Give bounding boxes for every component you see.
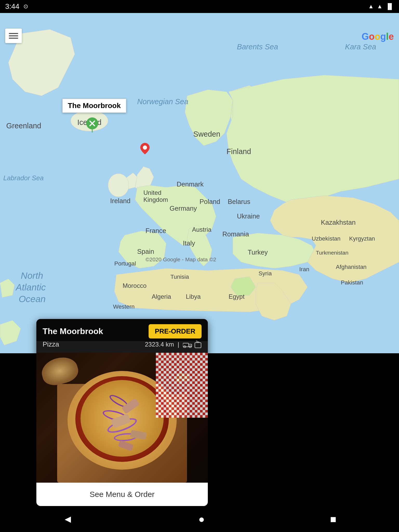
svg-text:North: North xyxy=(21,270,43,281)
svg-text:Afghanistan: Afghanistan xyxy=(336,264,367,270)
svg-rect-55 xyxy=(196,341,197,342)
map-svg: Barents Sea Kara Sea Norwegian Sea Green… xyxy=(0,13,399,353)
svg-text:France: France xyxy=(145,227,166,234)
card-meta: Pizza 2323.4 km | xyxy=(36,338,208,351)
google-g: G xyxy=(362,31,369,42)
back-button[interactable]: ◄ xyxy=(52,511,83,528)
svg-text:Italy: Italy xyxy=(183,240,195,247)
svg-text:Finland: Finland xyxy=(227,147,251,156)
svg-text:Ocean: Ocean xyxy=(19,294,46,304)
google-logo: Google xyxy=(362,31,394,42)
svg-text:Greenland: Greenland xyxy=(6,122,41,130)
svg-text:Egypt: Egypt xyxy=(229,293,245,300)
svg-point-2 xyxy=(108,174,129,197)
signal-icon: ▲ xyxy=(377,3,383,10)
recording-icon: ⊙ xyxy=(23,3,28,10)
svg-text:Romania: Romania xyxy=(222,230,249,238)
svg-text:Sweden: Sweden xyxy=(193,130,220,138)
separator: | xyxy=(178,341,179,348)
wifi-icon: ▲ xyxy=(368,3,374,10)
svg-text:Ukraine: Ukraine xyxy=(237,212,260,220)
svg-text:Germany: Germany xyxy=(170,205,197,212)
status-icons: ▲ ▲ ▐▌ xyxy=(368,3,394,10)
svg-text:Iran: Iran xyxy=(299,266,309,272)
restaurant-image xyxy=(36,353,208,483)
nav-bar: ◄ ● ■ xyxy=(0,506,399,532)
svg-text:Uzbekistan: Uzbekistan xyxy=(312,235,341,242)
cuisine-label: Pizza xyxy=(43,340,59,348)
recent-button[interactable]: ■ xyxy=(320,511,347,528)
battery-icon: ▐▌ xyxy=(386,3,394,10)
svg-text:Kingdom: Kingdom xyxy=(143,196,168,203)
svg-text:Pakistan: Pakistan xyxy=(341,279,363,286)
svg-point-49 xyxy=(143,145,147,150)
bag-icon xyxy=(194,341,202,348)
status-time: 3:44 xyxy=(5,2,19,11)
card-info-right: 2323.4 km | xyxy=(145,341,202,348)
svg-text:Portugal: Portugal xyxy=(114,260,136,267)
svg-text:Austria: Austria xyxy=(192,226,211,233)
svg-text:Morocco: Morocco xyxy=(123,282,147,289)
preorder-button[interactable]: PRE-ORDER xyxy=(149,324,202,338)
home-button[interactable]: ● xyxy=(188,511,215,528)
svg-text:Norwegian Sea: Norwegian Sea xyxy=(137,97,188,106)
card-footer[interactable]: See Menu & Order xyxy=(36,483,208,506)
svg-text:Kyrgyztan: Kyrgyztan xyxy=(349,235,375,242)
svg-text:Libya: Libya xyxy=(186,293,201,300)
hamburger-menu-button[interactable] xyxy=(5,29,22,43)
svg-text:Labrador Sea: Labrador Sea xyxy=(3,174,44,182)
hamburger-line xyxy=(9,35,18,36)
svg-text:Turkmenistan: Turkmenistan xyxy=(316,250,348,256)
svg-text:Ireland: Ireland xyxy=(110,197,130,204)
map-pin-green[interactable] xyxy=(86,117,99,132)
svg-text:Syria: Syria xyxy=(258,270,272,277)
hamburger-line xyxy=(9,38,18,39)
svg-text:Poland: Poland xyxy=(200,198,220,205)
hamburger-line xyxy=(9,33,18,34)
svg-text:©2020 Google - Map data ©2: ©2020 Google - Map data ©2 xyxy=(145,256,216,262)
svg-text:Algeria: Algeria xyxy=(152,293,171,300)
svg-text:Belarus: Belarus xyxy=(228,198,250,205)
distance-label: 2323.4 km xyxy=(145,341,174,348)
svg-text:United: United xyxy=(143,189,161,196)
map-pin-red[interactable] xyxy=(140,143,150,154)
status-bar: 3:44 ⊙ ▲ ▲ ▐▌ xyxy=(0,0,399,13)
svg-rect-54 xyxy=(195,343,201,348)
delivery-icons xyxy=(183,341,202,348)
map-tooltip: The Moorbrook xyxy=(62,99,126,113)
svg-text:Kara Sea: Kara Sea xyxy=(345,43,376,51)
see-menu-button[interactable]: See Menu & Order xyxy=(44,490,201,499)
svg-text:Spain: Spain xyxy=(137,248,154,255)
svg-text:Kazakhstan: Kazakhstan xyxy=(321,219,356,226)
svg-text:Western: Western xyxy=(113,303,135,310)
map-container[interactable]: Barents Sea Kara Sea Norwegian Sea Green… xyxy=(0,13,399,353)
svg-text:Turkey: Turkey xyxy=(248,249,268,256)
svg-text:Denmark: Denmark xyxy=(177,181,204,188)
restaurant-name: The Moorbrook xyxy=(43,327,103,336)
svg-text:Barents Sea: Barents Sea xyxy=(237,43,278,51)
svg-text:Tunisia: Tunisia xyxy=(170,274,189,280)
svg-text:Atlantic: Atlantic xyxy=(15,282,46,292)
restaurant-card: The Moorbrook PRE-ORDER Pizza 2323.4 km … xyxy=(36,319,208,506)
delivery-icon xyxy=(183,341,192,348)
